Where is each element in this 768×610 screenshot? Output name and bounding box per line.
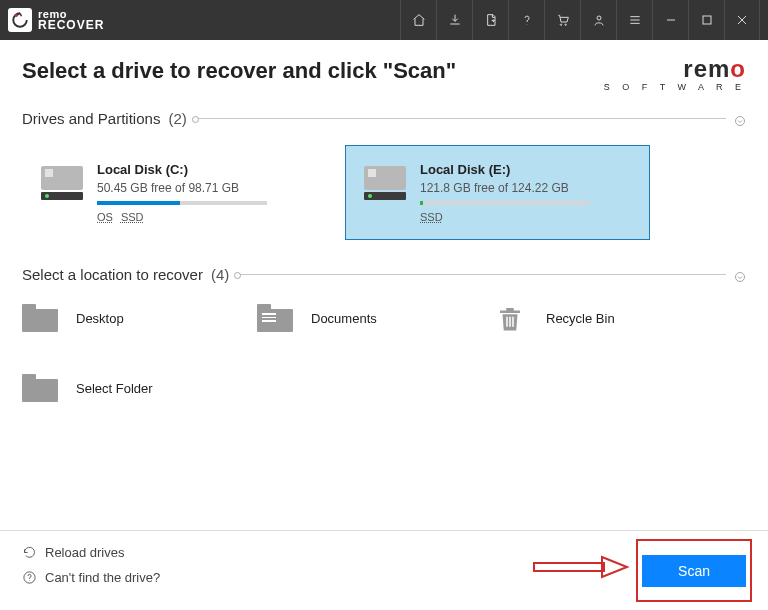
drives-section-label: Drives and Partitions	[22, 110, 160, 127]
drives-section-header: Drives and Partitions (2)	[22, 110, 746, 127]
home-icon[interactable]	[400, 0, 436, 40]
trash-icon	[492, 303, 528, 333]
chevron-down-icon[interactable]	[734, 113, 746, 125]
svg-point-4	[736, 272, 745, 281]
svg-rect-6	[509, 317, 511, 327]
locations-section-header: Select a location to recover (4)	[22, 266, 746, 283]
drive-tag: SSD	[420, 211, 443, 223]
brand-subtitle: S O F T W A R E	[604, 82, 746, 92]
logo-badge-icon	[8, 8, 32, 32]
cant-find-label: Can't find the drive?	[45, 570, 160, 585]
location-desktop[interactable]: Desktop	[22, 303, 257, 333]
divider	[195, 118, 726, 119]
brand-logo-right: remo S O F T W A R E	[604, 58, 746, 92]
drive-free-text: 121.8 GB free of 124.22 GB	[420, 181, 631, 195]
help-icon[interactable]	[508, 0, 544, 40]
drive-usage-bar	[420, 201, 590, 205]
location-label: Recycle Bin	[546, 311, 615, 326]
location-label: Select Folder	[76, 381, 153, 396]
cart-icon[interactable]	[544, 0, 580, 40]
svg-rect-5	[506, 317, 508, 327]
annotation-arrow-icon	[532, 555, 632, 583]
locations-section-label: Select a location to recover	[22, 266, 203, 283]
drive-icon	[41, 166, 83, 200]
reload-drives-link[interactable]: Reload drives	[22, 545, 160, 560]
file-export-icon[interactable]	[472, 0, 508, 40]
svg-rect-2	[703, 16, 711, 24]
drive-tag: OS	[97, 211, 113, 223]
location-documents[interactable]: Documents	[257, 303, 492, 333]
svg-rect-7	[512, 317, 514, 327]
menu-icon[interactable]	[616, 0, 652, 40]
folder-lines-icon	[257, 303, 293, 333]
folder-icon	[22, 303, 58, 333]
drive-tags: SSD	[420, 211, 631, 223]
svg-point-1	[597, 16, 601, 20]
reload-label: Reload drives	[45, 545, 125, 560]
location-select-folder[interactable]: Select Folder	[22, 373, 257, 403]
svg-point-3	[736, 116, 745, 125]
drive-name: Local Disk (C:)	[97, 162, 308, 177]
scan-button[interactable]: Scan	[642, 555, 746, 587]
drives-section-count: (2)	[168, 110, 186, 127]
drive-usage-bar	[97, 201, 267, 205]
footer: Reload drives Can't find the drive? Scan	[0, 530, 768, 610]
drive-card-e[interactable]: Local Disk (E:) 121.8 GB free of 124.22 …	[345, 145, 650, 240]
location-recycle-bin[interactable]: Recycle Bin	[492, 303, 727, 333]
drive-icon	[364, 166, 406, 200]
logo-product-text: RECOVER	[38, 20, 104, 30]
titlebar: remo RECOVER	[0, 0, 768, 40]
close-icon[interactable]	[724, 0, 760, 40]
minimize-icon[interactable]	[652, 0, 688, 40]
location-label: Desktop	[76, 311, 124, 326]
locations-section-count: (4)	[211, 266, 229, 283]
svg-rect-9	[534, 563, 604, 571]
app-logo: remo RECOVER	[8, 8, 104, 32]
drive-tags: OS SSD	[97, 211, 308, 223]
cant-find-drive-link[interactable]: Can't find the drive?	[22, 570, 160, 585]
drive-name: Local Disk (E:)	[420, 162, 631, 177]
svg-point-0	[15, 14, 18, 17]
drive-tag: SSD	[121, 211, 144, 223]
drive-card-c[interactable]: Local Disk (C:) 50.45 GB free of 98.71 G…	[22, 145, 327, 240]
maximize-icon[interactable]	[688, 0, 724, 40]
divider	[237, 274, 726, 275]
reload-icon	[22, 545, 37, 560]
drive-free-text: 50.45 GB free of 98.71 GB	[97, 181, 308, 195]
location-label: Documents	[311, 311, 377, 326]
user-icon[interactable]	[580, 0, 616, 40]
question-icon	[22, 570, 37, 585]
titlebar-icons	[400, 0, 760, 40]
download-icon[interactable]	[436, 0, 472, 40]
chevron-down-icon[interactable]	[734, 269, 746, 281]
folder-icon	[22, 373, 58, 403]
